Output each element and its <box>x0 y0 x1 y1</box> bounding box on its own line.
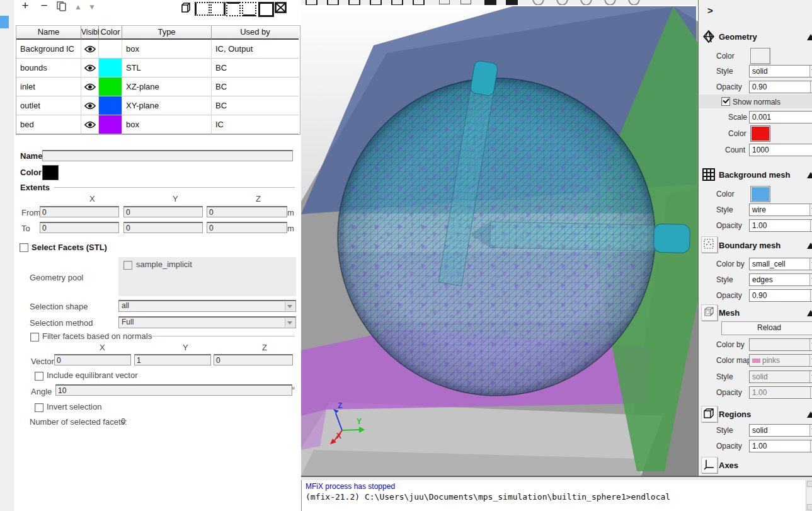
show-normals-checkbox[interactable] <box>721 97 730 106</box>
chevron-down-icon[interactable] <box>809 339 812 350</box>
region-color-swatch[interactable] <box>99 78 122 96</box>
collapse-triangle-icon[interactable] <box>807 306 812 316</box>
region-color-swatch[interactable] <box>99 115 122 134</box>
region-plane-bottom-icon[interactable] <box>242 2 256 16</box>
mesh-opacity-spinbox[interactable]: 1.00 <box>749 386 812 399</box>
collapse-triangle-icon[interactable] <box>807 408 812 418</box>
region-color-button[interactable] <box>42 165 59 180</box>
normals-count-input[interactable]: 1000 <box>749 144 812 156</box>
3d-scene-render[interactable]: Z Y X <box>301 5 698 476</box>
table-row[interactable]: inlet XZ-plane BC <box>16 78 300 96</box>
section-title-background-mesh[interactable]: Background mesh <box>719 170 790 180</box>
region-square-icon[interactable] <box>258 2 274 17</box>
visibility-eye-icon[interactable] <box>81 96 99 115</box>
toolbar-button-sliver[interactable] <box>580 0 592 5</box>
toolbar-button-sliver[interactable] <box>484 0 496 5</box>
toolbar-button-sliver[interactable] <box>556 0 568 5</box>
toolbar-button-sliver[interactable] <box>604 0 616 5</box>
geometry-style-combo[interactable]: solid <box>749 65 812 78</box>
boundary-mesh-section-icon[interactable] <box>701 236 718 253</box>
visibility-eye-icon[interactable] <box>81 78 99 96</box>
toolbar-button-sliver[interactable] <box>306 0 317 5</box>
bndmesh-opacity-spinbox[interactable]: 0.90 <box>749 289 812 302</box>
chevron-down-icon[interactable] <box>809 66 812 77</box>
normals-color-swatch[interactable] <box>750 125 770 142</box>
chevron-down-icon[interactable] <box>809 274 812 285</box>
extent-to-y[interactable] <box>123 222 203 233</box>
region-color-swatch[interactable] <box>99 59 122 77</box>
chevron-down-icon[interactable] <box>285 318 295 327</box>
regions-table[interactable]: Name Visible Color Type Used by Backgrou… <box>16 25 300 135</box>
region-none-icon[interactable] <box>275 2 287 13</box>
col-header-type[interactable]: Type <box>122 26 212 40</box>
chevron-down-icon[interactable] <box>809 258 812 270</box>
visibility-eye-icon[interactable] <box>81 59 99 78</box>
regions-style-combo[interactable]: solid <box>749 424 812 437</box>
mesh-section-icon[interactable] <box>701 304 718 321</box>
terminal-output[interactable]: MFiX process has stopped (mfix-21.2) C:\… <box>301 480 812 511</box>
section-title-axes[interactable]: Axes <box>719 461 738 470</box>
extent-to-x[interactable] <box>40 222 119 233</box>
chevron-down-icon[interactable] <box>809 425 812 436</box>
toolbar-button-sliver[interactable] <box>532 0 544 5</box>
duplicate-region-icon[interactable] <box>55 1 68 13</box>
section-title-mesh[interactable]: Mesh <box>719 308 740 318</box>
geometry-color-swatch[interactable] <box>750 48 770 64</box>
chevron-down-icon[interactable] <box>285 302 295 311</box>
collapse-triangle-icon[interactable] <box>807 239 812 249</box>
visibility-eye-icon[interactable] <box>81 115 99 134</box>
bndmesh-colorby-combo[interactable]: small_cell <box>749 258 812 270</box>
extent-from-y[interactable] <box>123 206 203 217</box>
region-plane-right-icon[interactable] <box>210 2 226 16</box>
toolbar-button-sliver[interactable] <box>506 0 518 5</box>
toolbar-button-sliver[interactable] <box>370 0 382 5</box>
region-plane-left-icon[interactable] <box>195 2 210 16</box>
region-color-swatch[interactable] <box>99 96 122 115</box>
terminal-scrollbar[interactable] <box>806 480 812 511</box>
move-down-icon[interactable]: ▼ <box>86 1 98 14</box>
pool-item-checkbox[interactable] <box>123 261 132 270</box>
selection-method-combo[interactable]: Full <box>118 316 296 328</box>
section-title-regions[interactable]: Regions <box>719 410 751 419</box>
equilibrant-checkbox[interactable] <box>35 372 43 381</box>
extent-to-z[interactable] <box>207 222 287 233</box>
angle-input[interactable] <box>55 384 292 396</box>
col-header-usedby[interactable]: Used by <box>212 26 299 40</box>
chevron-down-icon[interactable] <box>809 355 812 366</box>
table-row[interactable]: bounds STL BC <box>16 59 300 78</box>
region-box-icon[interactable] <box>179 2 191 13</box>
bndmesh-style-combo[interactable]: edges <box>749 273 812 286</box>
table-row[interactable]: outlet XY-plane BC <box>16 96 300 115</box>
collapse-panel-chevron[interactable]: > <box>707 5 713 16</box>
3d-viewport[interactable]: Z Y X <box>301 5 698 476</box>
reload-mesh-button[interactable]: Reload <box>721 321 812 335</box>
pool-item-label[interactable]: sample_implicit <box>136 260 192 269</box>
normals-scale-input[interactable]: 0.001 <box>749 111 812 123</box>
select-facets-checkbox[interactable] <box>20 243 28 252</box>
geometry-opacity-spinbox[interactable]: 0.90 <box>749 81 812 93</box>
vector-x-input[interactable] <box>54 354 131 365</box>
mesh-colorby-combo[interactable] <box>749 338 812 351</box>
axes-section-icon[interactable] <box>701 457 718 473</box>
scroll-down-icon[interactable] <box>807 504 812 510</box>
extent-from-x[interactable] <box>40 206 119 217</box>
table-row[interactable]: bed box IC <box>16 115 300 134</box>
chevron-down-icon[interactable] <box>809 371 812 382</box>
bgmesh-style-combo[interactable]: wire <box>749 204 812 216</box>
toolbar-button-sliver[interactable] <box>413 0 425 5</box>
geometry-pool-list[interactable]: sample_implicit <box>118 257 296 296</box>
dock-tab-indicator[interactable] <box>0 16 9 28</box>
regions-opacity-spinbox[interactable]: 1.00 <box>749 440 812 452</box>
toolbar-button-sliver[interactable] <box>391 0 403 5</box>
col-header-color[interactable]: Color <box>99 26 122 40</box>
chevron-down-icon[interactable] <box>809 204 812 215</box>
table-row[interactable]: Background IC box IC, Output <box>16 40 300 59</box>
move-up-icon[interactable]: ▲ <box>72 1 84 14</box>
selection-shape-combo[interactable]: all <box>118 300 296 312</box>
remove-region-button[interactable]: − <box>38 0 50 13</box>
regions-section-icon[interactable] <box>701 406 718 422</box>
section-title-boundary-mesh[interactable]: Boundary mesh <box>719 241 781 250</box>
collapse-triangle-icon[interactable] <box>807 30 812 40</box>
section-title-geometry[interactable]: Geometry <box>719 32 757 42</box>
name-input[interactable] <box>42 150 293 161</box>
